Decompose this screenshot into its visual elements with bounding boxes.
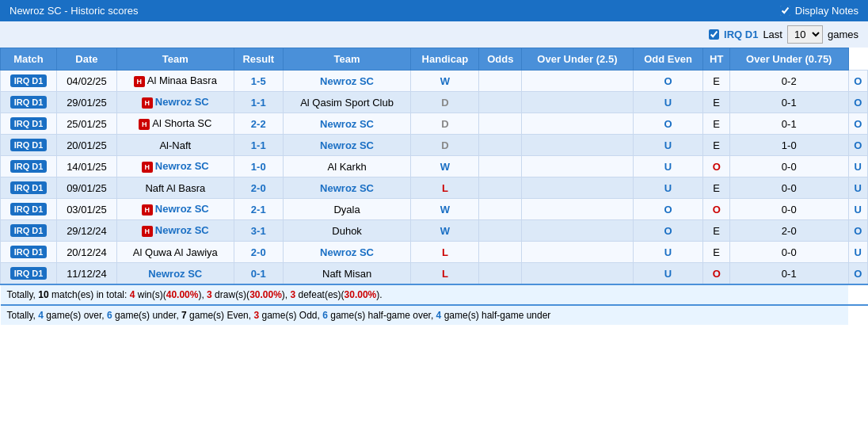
col-result: Result bbox=[234, 48, 283, 71]
match-date: 20/01/25 bbox=[56, 135, 116, 156]
handicap bbox=[479, 220, 522, 242]
handicap bbox=[479, 113, 522, 135]
display-notes-checkbox[interactable] bbox=[780, 6, 790, 16]
team1-name: HNewroz SC bbox=[116, 92, 234, 113]
match-result[interactable]: 2-2 bbox=[234, 113, 283, 135]
display-notes-container: Display Notes bbox=[780, 5, 858, 17]
over-under-25: U bbox=[633, 242, 703, 263]
league-badge: IRQ D1 bbox=[1, 177, 57, 199]
league-badge: IRQ D1 bbox=[1, 242, 57, 263]
league-filter-label: IRQ D1 bbox=[724, 29, 758, 40]
team1-name: Newroz SC bbox=[116, 263, 234, 285]
match-result[interactable]: 1-1 bbox=[234, 92, 283, 113]
match-outcome: W bbox=[411, 220, 479, 242]
handicap bbox=[479, 263, 522, 285]
col-team2: Team bbox=[283, 48, 411, 71]
over-under-075: U bbox=[848, 177, 867, 199]
over-under-075: O bbox=[848, 92, 867, 113]
match-outcome: W bbox=[411, 71, 479, 92]
home-icon: H bbox=[142, 204, 153, 216]
table-row: IRQ D120/01/25Al-Naft1-1Newroz SCDUE1-0O bbox=[1, 135, 868, 156]
match-outcome: W bbox=[411, 199, 479, 220]
home-icon: H bbox=[142, 97, 153, 109]
odd-even: O bbox=[703, 199, 730, 220]
league-badge: IRQ D1 bbox=[1, 199, 57, 220]
team2-name: Newroz SC bbox=[283, 135, 411, 156]
match-result[interactable]: 1-0 bbox=[234, 156, 283, 177]
summary-line2: Totally, 4 game(s) over, 6 game(s) under… bbox=[1, 305, 849, 325]
col-odd-even: Odd Even bbox=[633, 48, 703, 71]
match-result[interactable]: 2-0 bbox=[234, 242, 283, 263]
match-date: 14/01/25 bbox=[56, 156, 116, 177]
match-result[interactable]: 0-1 bbox=[234, 263, 283, 285]
summary-line1: Totally, 10 match(es) in total: 4 win(s)… bbox=[1, 284, 849, 305]
filter-bar: IRQ D1 Last 10 5 15 20 games bbox=[0, 21, 868, 48]
team2-name: Al Qasim Sport Club bbox=[283, 92, 411, 113]
over-under-075: U bbox=[848, 199, 867, 220]
team2-name: Dyala bbox=[283, 199, 411, 220]
match-outcome: D bbox=[411, 135, 479, 156]
match-outcome: D bbox=[411, 113, 479, 135]
over-under-075: O bbox=[848, 220, 867, 242]
summary-row2: Totally, 4 game(s) over, 6 game(s) under… bbox=[1, 305, 868, 325]
ht-score: 1-0 bbox=[729, 135, 848, 156]
table-row: IRQ D111/12/24Newroz SC0-1Naft MisanLUO0… bbox=[1, 263, 868, 285]
league-filter-checkbox[interactable] bbox=[709, 29, 719, 40]
odds bbox=[522, 71, 633, 92]
home-icon: H bbox=[139, 119, 150, 130]
match-date: 11/12/24 bbox=[56, 263, 116, 285]
team1-name: Al-Naft bbox=[116, 135, 234, 156]
over-under-25: O bbox=[633, 113, 703, 135]
match-result[interactable]: 3-1 bbox=[234, 220, 283, 242]
match-outcome: L bbox=[411, 263, 479, 285]
ht-score: 0-1 bbox=[729, 263, 848, 285]
odds bbox=[522, 156, 633, 177]
league-badge: IRQ D1 bbox=[1, 113, 57, 135]
ht-score: 0-0 bbox=[729, 199, 848, 220]
table-row: IRQ D129/01/25HNewroz SC1-1Al Qasim Spor… bbox=[1, 92, 868, 113]
over-under-25: U bbox=[633, 177, 703, 199]
col-date: Date bbox=[56, 48, 116, 71]
match-date: 25/01/25 bbox=[56, 113, 116, 135]
odds bbox=[522, 220, 633, 242]
match-result[interactable]: 1-1 bbox=[234, 135, 283, 156]
team2-name: Al Karkh bbox=[283, 156, 411, 177]
table-row: IRQ D109/01/25Naft Al Basra2-0Newroz SCL… bbox=[1, 177, 868, 199]
ht-score: 0-2 bbox=[729, 71, 848, 92]
header-title: Newroz SC - Historic scores bbox=[10, 5, 139, 17]
league-badge: IRQ D1 bbox=[1, 135, 57, 156]
match-outcome: L bbox=[411, 177, 479, 199]
team2-name: Newroz SC bbox=[283, 177, 411, 199]
league-badge: IRQ D1 bbox=[1, 156, 57, 177]
odd-even: E bbox=[703, 113, 730, 135]
col-odds: Odds bbox=[479, 48, 522, 71]
match-result[interactable]: 1-5 bbox=[234, 71, 283, 92]
match-result[interactable]: 2-0 bbox=[234, 177, 283, 199]
odd-even: E bbox=[703, 242, 730, 263]
col-over-under-075: Over Under (0.75) bbox=[729, 48, 848, 71]
league-badge: IRQ D1 bbox=[1, 71, 57, 92]
col-over-under-25: Over Under (2.5) bbox=[522, 48, 633, 71]
team1-name: HAl Shorta SC bbox=[116, 113, 234, 135]
match-date: 04/02/25 bbox=[56, 71, 116, 92]
summary-row1: Totally, 10 match(es) in total: 4 win(s)… bbox=[1, 284, 868, 305]
team1-name: HAl Minaa Basra bbox=[116, 71, 234, 92]
over-under-25: U bbox=[633, 135, 703, 156]
handicap bbox=[479, 135, 522, 156]
odd-even: E bbox=[703, 92, 730, 113]
games-select[interactable]: 10 5 15 20 bbox=[787, 25, 823, 44]
odds bbox=[522, 113, 633, 135]
over-under-075: O bbox=[848, 113, 867, 135]
handicap bbox=[479, 177, 522, 199]
match-result[interactable]: 2-1 bbox=[234, 199, 283, 220]
odds bbox=[522, 177, 633, 199]
over-under-075: U bbox=[848, 156, 867, 177]
team1-name: HNewroz SC bbox=[116, 220, 234, 242]
last-label: Last bbox=[763, 29, 782, 40]
team1-name: HNewroz SC bbox=[116, 199, 234, 220]
odds bbox=[522, 199, 633, 220]
match-date: 29/01/25 bbox=[56, 92, 116, 113]
odds bbox=[522, 92, 633, 113]
handicap bbox=[479, 156, 522, 177]
over-under-075: O bbox=[848, 135, 867, 156]
